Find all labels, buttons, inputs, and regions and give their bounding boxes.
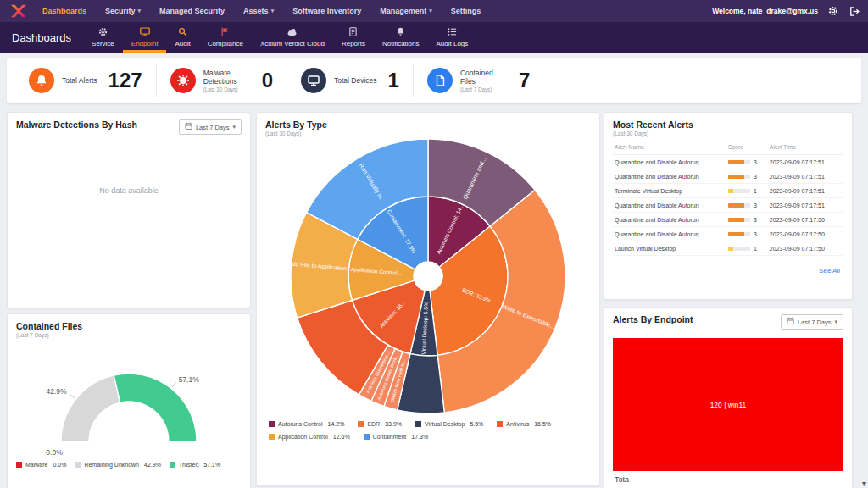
table-header-row: Alert NameScoreAlert Time <box>613 140 843 155</box>
alert-score-cell: 3 <box>726 227 768 241</box>
menu-item-management[interactable]: Management▾ <box>380 7 432 15</box>
score-bar-track <box>728 189 750 193</box>
table-row[interactable]: Terminate Virtual Desktop12023-09-09 07:… <box>613 184 843 198</box>
dashboard-tabs: ServiceEndpointAuditComplianceXcitium Ve… <box>83 22 476 53</box>
table-row[interactable]: Quarantine and Disable Autorun32023-09-0… <box>613 198 843 213</box>
settings-gear-icon[interactable] <box>828 6 838 16</box>
alert-name-cell: Quarantine and Disable Autorun <box>613 169 726 184</box>
legend-swatch <box>269 421 275 427</box>
contained-files-legend: Malware0.0%Remaining Unknown42.9%Trusted… <box>16 462 242 468</box>
score-bar: 3 <box>728 217 766 223</box>
legend-value: 16.5% <box>534 421 551 427</box>
tab-label: Reports <box>342 40 365 47</box>
legend-label: Remaining Unknown <box>84 462 139 468</box>
score-value: 3 <box>754 174 757 180</box>
calendar-icon <box>787 317 794 327</box>
alert-score-cell: 3 <box>726 213 768 227</box>
logout-icon[interactable] <box>849 6 860 17</box>
legend-label: Antivirus <box>506 421 529 427</box>
score-bar-track <box>728 203 750 208</box>
panel-header: Most Recent Alerts (Last 30 Days) <box>604 113 852 136</box>
score-bar: 1 <box>728 246 766 252</box>
alert-score-cell: 1 <box>726 184 768 198</box>
legend-item-edr[interactable]: EDR33.9% <box>358 421 402 427</box>
alert-time-cell: 2023-09-09 07:17:50 <box>768 227 843 241</box>
tab-compliance[interactable]: Compliance <box>199 22 252 53</box>
alerts-by-endpoint-treemap[interactable]: 120 | win11 <box>613 338 843 471</box>
score-bar: 3 <box>728 159 766 165</box>
legend-item-application-control[interactable]: Application Control12.6% <box>269 434 350 440</box>
xcitium-logo[interactable] <box>8 3 29 19</box>
legend-item-remaining-unknown[interactable]: Remaining Unknown42.9% <box>75 462 160 468</box>
tab-notifications[interactable]: Notifications <box>374 22 428 53</box>
legend-item-trusted[interactable]: Trusted57.1% <box>170 462 220 468</box>
menu-item-assets[interactable]: Assets▾ <box>243 7 274 15</box>
menu-item-settings[interactable]: Settings <box>451 7 481 15</box>
score-bar: 1 <box>728 188 766 194</box>
menu-item-label: Assets <box>243 7 269 15</box>
tab-label: Compliance <box>208 40 243 47</box>
table-row[interactable]: Quarantine and Disable Autorun32023-09-0… <box>613 155 843 169</box>
tab-audit[interactable]: Audit <box>166 22 198 53</box>
column-header-alert-name: Alert Name <box>613 140 726 155</box>
menu-item-label: Settings <box>451 7 481 15</box>
summary-card-texts: Contained Files(Last 7 Days) <box>460 69 508 93</box>
magnifier-icon <box>178 27 187 38</box>
menu-item-security[interactable]: Security▾ <box>105 7 141 15</box>
score-value: 3 <box>754 159 757 165</box>
legend-label: EDR <box>367 421 380 427</box>
legend-label: Application Control <box>278 434 328 440</box>
legend-item-containment[interactable]: Containment17.3% <box>364 434 429 440</box>
panel-header: Contained Files (Last 7 Days) <box>8 314 250 338</box>
score-bar-track <box>728 232 750 236</box>
table-row[interactable]: Quarantine and Disable Autorun32023-09-0… <box>613 213 843 227</box>
alert-name-cell: Quarantine and Disable Autorun <box>613 155 726 169</box>
see-all-wrapper: See All <box>604 256 852 276</box>
legend-item-malware[interactable]: Malware0.0% <box>16 462 66 468</box>
menu-item-software-inventory[interactable]: Software Inventory <box>292 7 361 15</box>
menu-item-dashboards[interactable]: Dashboards <box>42 7 86 15</box>
legend-item-virtual-desktop[interactable]: Virtual Desktop5.5% <box>415 421 483 427</box>
alerts-by-type-sunburst-chart[interactable]: Autoruns Control: 14...EDR: 33.9%Virtual… <box>264 136 592 416</box>
legend-swatch <box>364 434 370 440</box>
alert-name-cell: Quarantine and Disable Autorun <box>613 227 726 241</box>
contained-files-gauge-chart[interactable]: 0.0%42.9%57.1% <box>14 340 243 460</box>
gear-icon <box>98 27 108 38</box>
alert-score-cell: 3 <box>726 169 768 184</box>
gauge-segment-trusted[interactable] <box>114 374 197 441</box>
main-menu: DashboardsSecurity▾Managed SecurityAsset… <box>42 7 499 15</box>
summary-card-subtitle: (Last 7 Days) <box>460 86 508 93</box>
menu-item-label: Dashboards <box>42 7 86 15</box>
bell-icon <box>29 68 54 93</box>
secondary-navigation-bar: Dashboards ServiceEndpointAuditComplianc… <box>0 22 868 53</box>
table-row[interactable]: Quarantine and Disable Autorun32023-09-0… <box>613 227 843 241</box>
tab-audit-logs[interactable]: Audit Logs <box>428 22 477 53</box>
panel-contained-files: Contained Files (Last 7 Days) 0.0%42.9%5… <box>7 313 251 488</box>
menu-item-label: Software Inventory <box>292 7 361 15</box>
tab-service[interactable]: Service <box>83 22 123 53</box>
table-row[interactable]: Quarantine and Disable Autorun32023-09-0… <box>613 169 843 184</box>
legend-value: 14.2% <box>328 421 345 427</box>
table-row[interactable]: Launch Virtual Desktop12023-09-09 07:17:… <box>613 241 843 256</box>
legend-swatch <box>497 421 503 427</box>
menu-item-label: Managed Security <box>159 7 225 15</box>
scrollbar-down-arrow[interactable]: ▾ <box>862 480 866 488</box>
column-header-score: Score <box>726 140 768 155</box>
summary-card-label: Malware Detections <box>203 69 251 86</box>
tab-reports[interactable]: Reports <box>333 22 374 53</box>
gauge-segment-remaining-unknown[interactable] <box>61 375 120 441</box>
chevron-down-icon: ▾ <box>138 8 142 14</box>
summary-card-total-devices: Total Devices1 <box>287 64 413 97</box>
summary-card-subtitle: (Last 30 Days) <box>203 86 251 93</box>
legend-value: 12.6% <box>333 434 350 440</box>
menu-item-managed-security[interactable]: Managed Security <box>159 7 225 15</box>
panel-malware-detections-by-hash: Malware Detections By Hash Last 7 Days ▾… <box>7 112 251 308</box>
bell-icon <box>396 27 405 38</box>
tab-endpoint[interactable]: Endpoint <box>123 22 167 53</box>
date-filter-dropdown[interactable]: Last 7 Days ▾ <box>179 119 242 135</box>
legend-item-antivirus[interactable]: Antivirus16.5% <box>497 421 551 427</box>
see-all-link[interactable]: See All <box>819 267 840 274</box>
legend-item-autoruns-control[interactable]: Autoruns Control14.2% <box>269 421 344 427</box>
tab-xcitium-verdict-cloud[interactable]: Xcitium Verdict Cloud <box>252 22 333 53</box>
date-filter-dropdown[interactable]: Last 7 Days ▾ <box>781 314 843 330</box>
